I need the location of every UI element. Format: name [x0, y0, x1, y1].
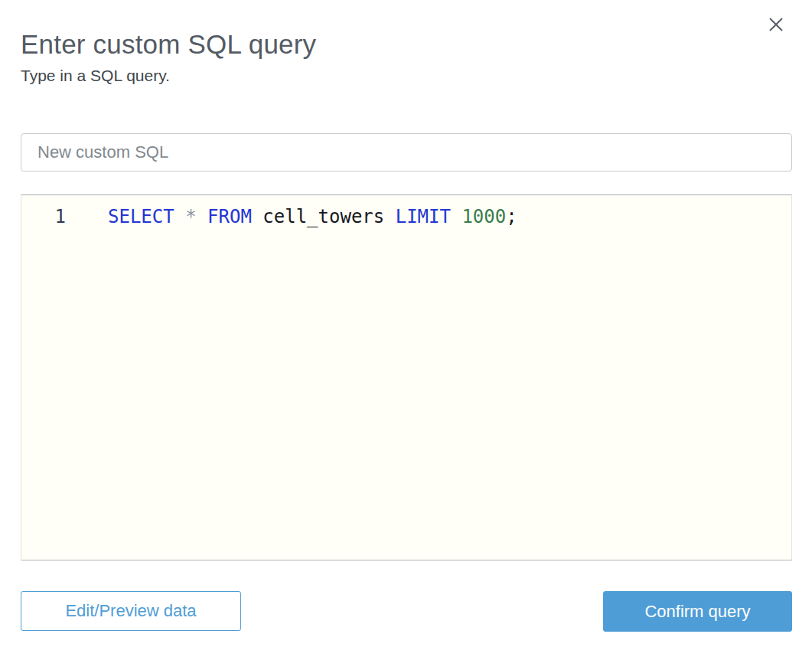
- sql-token-keyword: LIMIT: [396, 206, 451, 227]
- page-title: Enter custom SQL query: [21, 28, 316, 60]
- sql-token-plain: ;: [506, 206, 517, 227]
- sql-token-plain: cell_towers: [252, 206, 396, 227]
- sql-code-tokens: SELECT * FROM cell_towers LIMIT 1000;: [108, 204, 517, 230]
- line-number: 1: [21, 204, 66, 230]
- custom-sql-name-input[interactable]: [21, 133, 792, 172]
- dialog-subtitle: Type in a SQL query.: [21, 66, 170, 86]
- sql-token-keyword: SELECT: [108, 206, 174, 227]
- edit-preview-data-button[interactable]: Edit/Preview data: [21, 591, 241, 631]
- sql-token-keyword: FROM: [207, 206, 252, 227]
- sql-token-number: 1000: [461, 206, 506, 227]
- sql-token-operator: *: [185, 206, 196, 227]
- sql-token-plain: [174, 206, 185, 227]
- close-button[interactable]: [765, 13, 788, 36]
- sql-code-line: 1 SELECT * FROM cell_towers LIMIT 1000;: [21, 195, 791, 230]
- sql-code-editor[interactable]: 1 SELECT * FROM cell_towers LIMIT 1000;: [21, 194, 792, 560]
- close-icon: [768, 16, 784, 33]
- sql-token-plain: [451, 206, 461, 227]
- custom-sql-dialog: Enter custom SQL query Type in a SQL que…: [0, 0, 812, 647]
- confirm-query-button[interactable]: Confirm query: [603, 591, 792, 632]
- sql-token-plain: [197, 206, 207, 227]
